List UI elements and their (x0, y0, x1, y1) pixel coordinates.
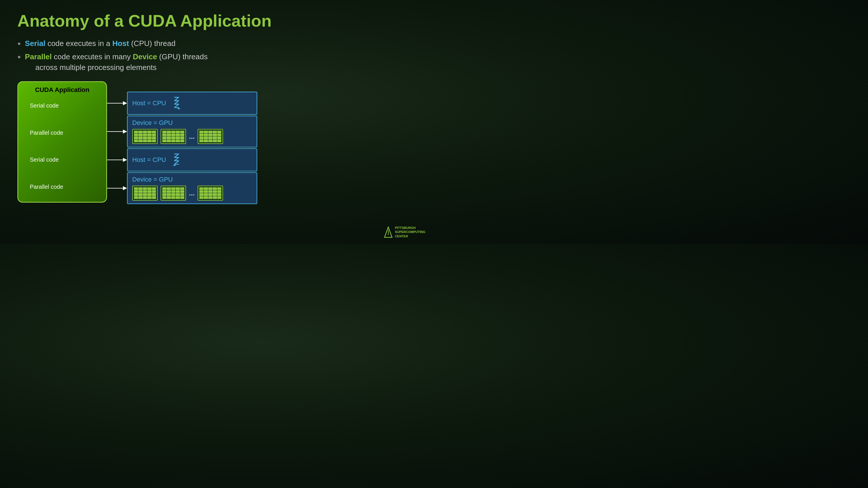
device-label-2: Device = GPU (132, 176, 252, 183)
bullet-1-text-2: (CPU) thread (131, 39, 175, 48)
thread-block-1-2 (161, 129, 186, 144)
arrow-head-4 (123, 186, 127, 190)
logo-area: PITTSBURGH SUPERCOMPUTING CENTER (384, 226, 425, 238)
row-serial-2: Host = CPU (107, 148, 257, 171)
code-label-3: Serial code (30, 156, 59, 163)
device-gpu-box-2: Device = GPU (127, 172, 257, 204)
logo-text: PITTSBURGH SUPERCOMPUTING CENTER (395, 226, 425, 238)
bullets-list: ● Serial code executes in a Host (CPU) t… (18, 38, 416, 72)
gpu-threads-2: ... (132, 186, 252, 201)
bullet-2-text-1: code executes in many (54, 52, 133, 61)
row-parallel-2: Device = GPU (107, 174, 257, 203)
thread-block-1-1 (132, 129, 158, 144)
host-cpu-box-1: Host = CPU (127, 92, 257, 115)
bullet-1-text-1: code executes in a (48, 39, 112, 48)
code-label-1: Serial code (30, 102, 59, 109)
logo-line-1: PITTSBURGH (395, 226, 425, 230)
bullet-1-text: Serial code executes in a Host (CPU) thr… (25, 38, 175, 48)
cuda-app-title: CUDA Application (35, 86, 89, 94)
diagram-area: CUDA Application Serial code Parallel co… (18, 81, 416, 203)
dots-2: ... (189, 189, 195, 197)
host-label-2: Host = CPU (132, 156, 166, 164)
arrow-shaft-3 (107, 160, 123, 160)
row-parallel-1: Device = GPU (107, 117, 257, 146)
host-label-1: Host = CPU (132, 99, 166, 107)
logo-icon (384, 226, 393, 238)
arrow-4 (107, 186, 127, 190)
slide: Anatomy of a CUDA Application ● Serial c… (0, 0, 434, 244)
host-keyword: Host (112, 39, 129, 48)
thread-block-2-3 (197, 186, 223, 201)
arrow-3 (107, 158, 127, 162)
arrow-shaft-2 (107, 131, 123, 132)
thread-block-1-3 (197, 129, 223, 144)
logo-line-2: SUPERCOMPUTING (395, 230, 425, 234)
dots-1: ... (189, 132, 195, 140)
arrow-2 (107, 130, 127, 134)
arrow-head-3 (123, 158, 127, 162)
arrow-shaft-4 (107, 188, 123, 189)
host-cpu-box-2: Host = CPU (127, 148, 257, 171)
cpu-thread-icon-2 (172, 153, 183, 167)
device-gpu-box-1: Device = GPU (127, 116, 257, 148)
code-label-4: Parallel code (30, 184, 63, 190)
device-label-1: Device = GPU (132, 119, 252, 127)
thread-block-2-1 (132, 186, 158, 201)
device-keyword: Device (133, 52, 157, 61)
cpu-thread-icon-1 (172, 96, 183, 110)
parallel-keyword: Parallel (25, 52, 52, 61)
code-labels: Serial code Parallel code Serial code Pa… (24, 97, 100, 196)
thread-block-2-2 (161, 186, 186, 201)
arrow-head-2 (123, 130, 127, 134)
gpu-threads-1: ... (132, 129, 252, 144)
cuda-app-box: CUDA Application Serial code Parallel co… (18, 81, 107, 203)
bullet-2-text: Parallel code executes in many Device (G… (25, 52, 208, 72)
arrow-1 (107, 101, 127, 105)
page-title: Anatomy of a CUDA Application (18, 11, 416, 30)
bullet-dot-2: ● (18, 53, 21, 61)
rows-wrapper: Host = CPU Device = GPU (107, 92, 257, 203)
serial-keyword: Serial (25, 39, 45, 48)
logo-line-3: CENTER (395, 234, 425, 238)
arrow-head-1 (123, 101, 127, 105)
code-label-2: Parallel code (30, 130, 63, 136)
arrow-shaft-1 (107, 103, 123, 103)
bullet-2: ● Parallel code executes in many Device … (18, 52, 416, 72)
bullet-dot-1: ● (18, 39, 21, 47)
bullet-1: ● Serial code executes in a Host (CPU) t… (18, 38, 416, 48)
row-serial-1: Host = CPU (107, 92, 257, 115)
